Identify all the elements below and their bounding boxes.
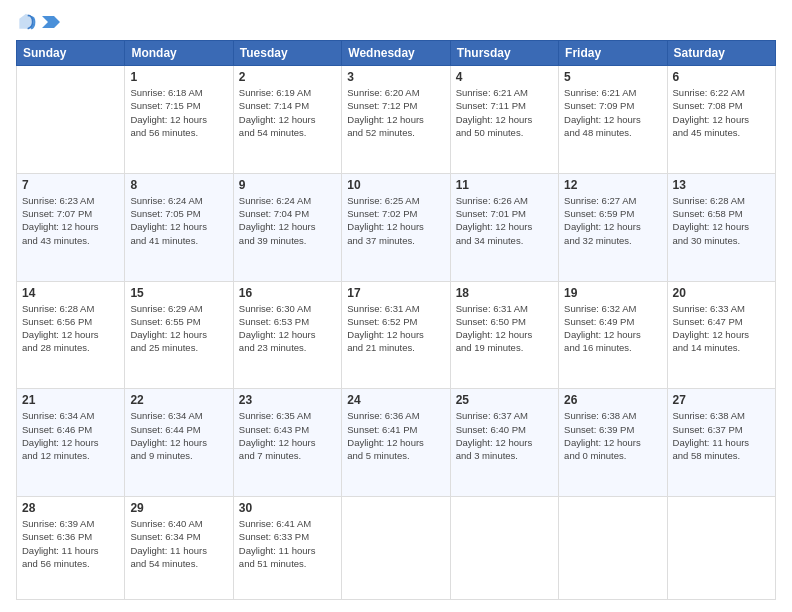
weekday-header-thursday: Thursday <box>450 41 558 66</box>
day-number: 17 <box>347 286 444 300</box>
day-info: Sunrise: 6:31 AM Sunset: 6:52 PM Dayligh… <box>347 302 444 355</box>
calendar-cell: 23Sunrise: 6:35 AM Sunset: 6:43 PM Dayli… <box>233 389 341 497</box>
day-info: Sunrise: 6:38 AM Sunset: 6:39 PM Dayligh… <box>564 409 661 462</box>
day-number: 10 <box>347 178 444 192</box>
day-info: Sunrise: 6:31 AM Sunset: 6:50 PM Dayligh… <box>456 302 553 355</box>
day-info: Sunrise: 6:18 AM Sunset: 7:15 PM Dayligh… <box>130 86 227 139</box>
logo <box>16 12 60 32</box>
day-number: 1 <box>130 70 227 84</box>
day-info: Sunrise: 6:39 AM Sunset: 6:36 PM Dayligh… <box>22 517 119 570</box>
logo-text <box>40 12 60 32</box>
day-info: Sunrise: 6:28 AM Sunset: 6:56 PM Dayligh… <box>22 302 119 355</box>
day-info: Sunrise: 6:32 AM Sunset: 6:49 PM Dayligh… <box>564 302 661 355</box>
calendar-cell: 25Sunrise: 6:37 AM Sunset: 6:40 PM Dayli… <box>450 389 558 497</box>
calendar-cell: 10Sunrise: 6:25 AM Sunset: 7:02 PM Dayli… <box>342 173 450 281</box>
day-number: 3 <box>347 70 444 84</box>
day-info: Sunrise: 6:35 AM Sunset: 6:43 PM Dayligh… <box>239 409 336 462</box>
weekday-header-saturday: Saturday <box>667 41 775 66</box>
calendar-cell: 11Sunrise: 6:26 AM Sunset: 7:01 PM Dayli… <box>450 173 558 281</box>
day-info: Sunrise: 6:33 AM Sunset: 6:47 PM Dayligh… <box>673 302 770 355</box>
day-info: Sunrise: 6:38 AM Sunset: 6:37 PM Dayligh… <box>673 409 770 462</box>
day-info: Sunrise: 6:21 AM Sunset: 7:09 PM Dayligh… <box>564 86 661 139</box>
calendar-cell: 14Sunrise: 6:28 AM Sunset: 6:56 PM Dayli… <box>17 281 125 389</box>
calendar-cell: 17Sunrise: 6:31 AM Sunset: 6:52 PM Dayli… <box>342 281 450 389</box>
calendar-cell: 3Sunrise: 6:20 AM Sunset: 7:12 PM Daylig… <box>342 66 450 174</box>
calendar-cell: 29Sunrise: 6:40 AM Sunset: 6:34 PM Dayli… <box>125 497 233 600</box>
day-number: 28 <box>22 501 119 515</box>
day-info: Sunrise: 6:23 AM Sunset: 7:07 PM Dayligh… <box>22 194 119 247</box>
day-info: Sunrise: 6:26 AM Sunset: 7:01 PM Dayligh… <box>456 194 553 247</box>
day-info: Sunrise: 6:28 AM Sunset: 6:58 PM Dayligh… <box>673 194 770 247</box>
day-number: 15 <box>130 286 227 300</box>
day-number: 5 <box>564 70 661 84</box>
calendar-cell: 5Sunrise: 6:21 AM Sunset: 7:09 PM Daylig… <box>559 66 667 174</box>
day-number: 23 <box>239 393 336 407</box>
calendar-week-row: 28Sunrise: 6:39 AM Sunset: 6:36 PM Dayli… <box>17 497 776 600</box>
day-info: Sunrise: 6:34 AM Sunset: 6:46 PM Dayligh… <box>22 409 119 462</box>
calendar-week-row: 7Sunrise: 6:23 AM Sunset: 7:07 PM Daylig… <box>17 173 776 281</box>
day-number: 11 <box>456 178 553 192</box>
calendar-cell: 13Sunrise: 6:28 AM Sunset: 6:58 PM Dayli… <box>667 173 775 281</box>
day-number: 2 <box>239 70 336 84</box>
day-number: 8 <box>130 178 227 192</box>
calendar-table: SundayMondayTuesdayWednesdayThursdayFrid… <box>16 40 776 600</box>
calendar-cell: 8Sunrise: 6:24 AM Sunset: 7:05 PM Daylig… <box>125 173 233 281</box>
calendar-cell: 15Sunrise: 6:29 AM Sunset: 6:55 PM Dayli… <box>125 281 233 389</box>
calendar-cell: 9Sunrise: 6:24 AM Sunset: 7:04 PM Daylig… <box>233 173 341 281</box>
day-number: 4 <box>456 70 553 84</box>
calendar-cell: 2Sunrise: 6:19 AM Sunset: 7:14 PM Daylig… <box>233 66 341 174</box>
day-number: 16 <box>239 286 336 300</box>
calendar-cell: 20Sunrise: 6:33 AM Sunset: 6:47 PM Dayli… <box>667 281 775 389</box>
day-info: Sunrise: 6:21 AM Sunset: 7:11 PM Dayligh… <box>456 86 553 139</box>
day-number: 12 <box>564 178 661 192</box>
weekday-header-friday: Friday <box>559 41 667 66</box>
day-number: 27 <box>673 393 770 407</box>
calendar-cell: 4Sunrise: 6:21 AM Sunset: 7:11 PM Daylig… <box>450 66 558 174</box>
calendar-cell <box>559 497 667 600</box>
calendar-header-row: SundayMondayTuesdayWednesdayThursdayFrid… <box>17 41 776 66</box>
day-info: Sunrise: 6:37 AM Sunset: 6:40 PM Dayligh… <box>456 409 553 462</box>
day-info: Sunrise: 6:36 AM Sunset: 6:41 PM Dayligh… <box>347 409 444 462</box>
calendar-cell: 21Sunrise: 6:34 AM Sunset: 6:46 PM Dayli… <box>17 389 125 497</box>
day-info: Sunrise: 6:25 AM Sunset: 7:02 PM Dayligh… <box>347 194 444 247</box>
day-info: Sunrise: 6:30 AM Sunset: 6:53 PM Dayligh… <box>239 302 336 355</box>
day-info: Sunrise: 6:34 AM Sunset: 6:44 PM Dayligh… <box>130 409 227 462</box>
calendar-cell: 28Sunrise: 6:39 AM Sunset: 6:36 PM Dayli… <box>17 497 125 600</box>
calendar-cell: 6Sunrise: 6:22 AM Sunset: 7:08 PM Daylig… <box>667 66 775 174</box>
day-info: Sunrise: 6:24 AM Sunset: 7:05 PM Dayligh… <box>130 194 227 247</box>
calendar-cell: 16Sunrise: 6:30 AM Sunset: 6:53 PM Dayli… <box>233 281 341 389</box>
logo-arrow-icon <box>42 12 60 32</box>
weekday-header-tuesday: Tuesday <box>233 41 341 66</box>
day-info: Sunrise: 6:29 AM Sunset: 6:55 PM Dayligh… <box>130 302 227 355</box>
calendar-cell: 7Sunrise: 6:23 AM Sunset: 7:07 PM Daylig… <box>17 173 125 281</box>
calendar-cell <box>450 497 558 600</box>
logo-icon <box>16 12 36 32</box>
day-number: 26 <box>564 393 661 407</box>
calendar-cell: 1Sunrise: 6:18 AM Sunset: 7:15 PM Daylig… <box>125 66 233 174</box>
weekday-header-wednesday: Wednesday <box>342 41 450 66</box>
day-info: Sunrise: 6:40 AM Sunset: 6:34 PM Dayligh… <box>130 517 227 570</box>
day-number: 25 <box>456 393 553 407</box>
calendar-cell: 24Sunrise: 6:36 AM Sunset: 6:41 PM Dayli… <box>342 389 450 497</box>
svg-marker-0 <box>42 16 60 28</box>
weekday-header-monday: Monday <box>125 41 233 66</box>
calendar-cell: 26Sunrise: 6:38 AM Sunset: 6:39 PM Dayli… <box>559 389 667 497</box>
calendar-cell: 27Sunrise: 6:38 AM Sunset: 6:37 PM Dayli… <box>667 389 775 497</box>
day-number: 9 <box>239 178 336 192</box>
day-info: Sunrise: 6:22 AM Sunset: 7:08 PM Dayligh… <box>673 86 770 139</box>
calendar-cell: 19Sunrise: 6:32 AM Sunset: 6:49 PM Dayli… <box>559 281 667 389</box>
day-number: 30 <box>239 501 336 515</box>
weekday-header-sunday: Sunday <box>17 41 125 66</box>
calendar-page: SundayMondayTuesdayWednesdayThursdayFrid… <box>0 0 792 612</box>
day-info: Sunrise: 6:19 AM Sunset: 7:14 PM Dayligh… <box>239 86 336 139</box>
calendar-week-row: 21Sunrise: 6:34 AM Sunset: 6:46 PM Dayli… <box>17 389 776 497</box>
calendar-cell: 22Sunrise: 6:34 AM Sunset: 6:44 PM Dayli… <box>125 389 233 497</box>
day-number: 24 <box>347 393 444 407</box>
calendar-week-row: 14Sunrise: 6:28 AM Sunset: 6:56 PM Dayli… <box>17 281 776 389</box>
calendar-cell: 12Sunrise: 6:27 AM Sunset: 6:59 PM Dayli… <box>559 173 667 281</box>
day-info: Sunrise: 6:20 AM Sunset: 7:12 PM Dayligh… <box>347 86 444 139</box>
calendar-week-row: 1Sunrise: 6:18 AM Sunset: 7:15 PM Daylig… <box>17 66 776 174</box>
calendar-cell <box>667 497 775 600</box>
day-number: 20 <box>673 286 770 300</box>
day-number: 14 <box>22 286 119 300</box>
